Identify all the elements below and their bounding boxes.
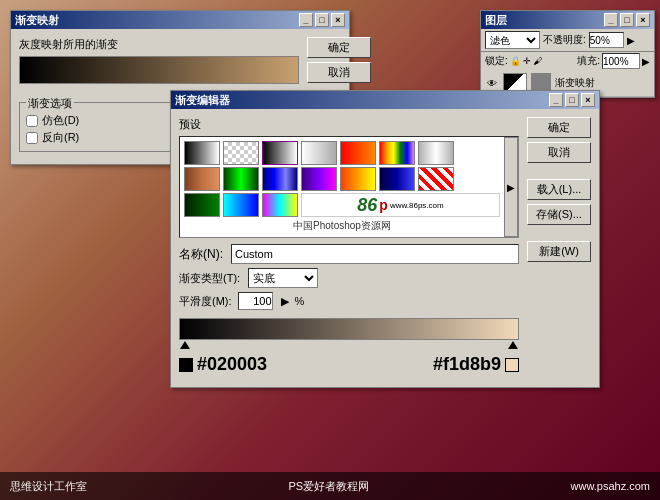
minimize-button[interactable]: _ <box>299 13 313 27</box>
ge-load-button[interactable]: 载入(L)... <box>527 179 591 200</box>
layers-close-btn[interactable]: × <box>636 13 650 27</box>
gradient-editor-titlebar: 渐变编辑器 _ □ × <box>171 91 599 109</box>
fill-arrow-icon[interactable]: ▶ <box>642 56 650 67</box>
preset-checker[interactable] <box>223 141 259 165</box>
fill-input[interactable] <box>602 53 640 69</box>
preset-scroll-arrow[interactable]: ▶ <box>504 137 518 237</box>
lock-icon: 🔒 <box>510 56 521 66</box>
preset-neon[interactable] <box>262 193 298 217</box>
left-color-display: #020003 <box>179 354 267 375</box>
ge-min-btn[interactable]: _ <box>549 93 563 107</box>
smooth-input[interactable] <box>238 292 273 310</box>
left-color-swatch <box>179 358 193 372</box>
type-row: 渐变类型(T): 实底 <box>179 268 519 288</box>
right-color-value: #f1d8b9 <box>433 354 501 375</box>
preset-green[interactable] <box>223 167 259 191</box>
layers-titlebar: 图层 _ □ × <box>481 11 654 29</box>
ge-close-btn[interactable]: × <box>581 93 595 107</box>
bottom-right-text: www.psahz.com <box>571 480 650 492</box>
gradient-map-title: 渐变映射 <box>15 13 59 28</box>
ge-max-btn[interactable]: □ <box>565 93 579 107</box>
gradient-preview[interactable] <box>19 56 299 84</box>
gradient-bar-area: #020003 #f1d8b9 <box>179 318 519 375</box>
layers-max-btn[interactable]: □ <box>620 13 634 27</box>
ok-button[interactable]: 确定 <box>307 37 371 58</box>
ge-save-button[interactable]: 存储(S)... <box>527 204 591 225</box>
ge-new-button[interactable]: 新建(W) <box>527 241 591 262</box>
right-color-display: #f1d8b9 <box>433 354 519 375</box>
layers-title: 图层 <box>485 13 507 28</box>
layers-titlebar-buttons: _ □ × <box>604 13 650 27</box>
preset-bw[interactable] <box>184 141 220 165</box>
color-stop-right[interactable] <box>508 339 518 349</box>
smooth-arrow[interactable]: ▶ <box>281 295 289 308</box>
opacity-input[interactable] <box>589 32 624 48</box>
gradient-map-titlebar: 渐变映射 _ □ × <box>11 11 349 29</box>
preset-blue[interactable] <box>262 167 298 191</box>
preset-copper[interactable] <box>184 167 220 191</box>
preset-metal[interactable] <box>418 141 454 165</box>
gradient-editor-window: 渐变编辑器 _ □ × 预设 <box>170 90 600 388</box>
type-label: 渐变类型(T): <box>179 271 240 286</box>
bottom-left-text: 思维设计工作室 <box>10 479 87 494</box>
preset-darkgreen[interactable] <box>184 193 220 217</box>
ge-titlebar-buttons: _ □ × <box>549 93 595 107</box>
gradient-bar[interactable] <box>179 318 519 340</box>
move-icon: ✛ <box>523 56 531 66</box>
preset-row-2 <box>184 167 500 191</box>
preset-darkblue[interactable] <box>379 167 415 191</box>
maximize-button[interactable]: □ <box>315 13 329 27</box>
preset-orange[interactable] <box>340 167 376 191</box>
preset-black-trans[interactable] <box>262 141 298 165</box>
name-input[interactable] <box>231 244 519 264</box>
layers-blend-toolbar: 滤色 不透明度: ▶ <box>481 29 654 52</box>
preset-grid-container: 86 p www.86ps.com 中国Photoshop资源网 ▶ <box>179 136 519 238</box>
options-frame-label: 渐变选项 <box>26 96 74 111</box>
bottom-center-text: PS爱好者教程网 <box>288 479 369 494</box>
logo-inline: 86 p www.86ps.com <box>357 195 443 216</box>
eye-icon[interactable]: 👁 <box>485 76 499 90</box>
logo-area: 86 p www.86ps.com <box>301 193 500 217</box>
gradient-editor-title: 渐变编辑器 <box>175 93 230 108</box>
logo-number: 86 <box>357 195 377 216</box>
preset-cyan[interactable] <box>223 193 259 217</box>
gradient-editor-content: 预设 <box>171 109 599 387</box>
preset-area: 86 p www.86ps.com 中国Photoshop资源网 ▶ <box>179 136 519 238</box>
bottom-bar: 思维设计工作室 PS爱好者教程网 www.psahz.com <box>0 472 660 500</box>
arrow-icon[interactable]: ▶ <box>627 35 635 46</box>
smooth-unit: % <box>295 295 305 307</box>
preset-rainbow[interactable] <box>379 141 415 165</box>
brush-icon: 🖌 <box>533 56 542 66</box>
logo-p: p <box>379 197 388 213</box>
dither-label: 仿色(D) <box>42 113 79 128</box>
dither-checkbox[interactable] <box>26 115 38 127</box>
preset-white-trans[interactable] <box>301 141 337 165</box>
reverse-checkbox[interactable] <box>26 132 38 144</box>
name-row: 名称(N): <box>179 244 519 264</box>
titlebar-buttons: _ □ × <box>299 13 345 27</box>
type-select[interactable]: 实底 <box>248 268 318 288</box>
left-color-value: #020003 <box>197 354 267 375</box>
ge-ok-button[interactable]: 确定 <box>527 117 591 138</box>
right-color-swatch <box>505 358 519 372</box>
ge-cancel-button[interactable]: 取消 <box>527 142 591 163</box>
smooth-label: 平滑度(M): <box>179 294 232 309</box>
smoothness-row: 平滑度(M): ▶ % <box>179 292 519 310</box>
blend-mode-select[interactable]: 滤色 <box>485 31 540 49</box>
reverse-label: 反向(R) <box>42 130 79 145</box>
layers-min-btn[interactable]: _ <box>604 13 618 27</box>
close-button[interactable]: × <box>331 13 345 27</box>
preset-stripes[interactable] <box>418 167 454 191</box>
watermark-label: 中国Photoshop资源网 <box>184 219 500 233</box>
preset-purple[interactable] <box>301 167 337 191</box>
ge-button-col: 确定 取消 载入(L)... 存储(S)... 新建(W) <box>527 117 591 379</box>
fill-label: 填充: <box>577 54 600 68</box>
gray-gradient-label: 灰度映射所用的渐变 <box>19 37 299 52</box>
name-label: 名称(N): <box>179 246 223 263</box>
cancel-button[interactable]: 取消 <box>307 62 371 83</box>
lock-label: 锁定: <box>485 54 508 68</box>
color-stop-left[interactable] <box>180 339 190 349</box>
preset-red[interactable] <box>340 141 376 165</box>
preset-row-3: 86 p www.86ps.com <box>184 193 500 217</box>
ge-left-panel: 预设 <box>179 117 519 379</box>
